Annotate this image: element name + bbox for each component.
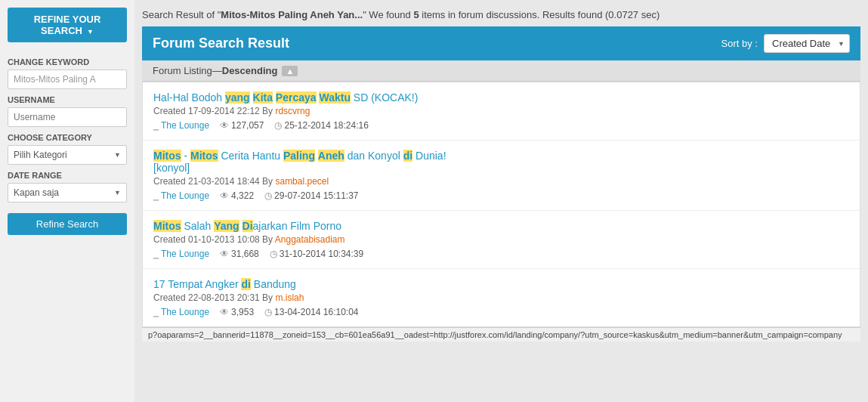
views-tag: 👁 127,057: [220, 120, 264, 131]
views-count: 31,668: [231, 249, 259, 259]
tag-icon: ⎯: [153, 190, 159, 201]
category-link[interactable]: The Lounge: [161, 120, 209, 131]
sort-dropdown[interactable]: Created Date: [764, 34, 850, 53]
result-author-link[interactable]: Anggatabisadiam: [275, 234, 345, 245]
change-keyword-label: CHANGE KEYWORD: [8, 57, 127, 66]
date-tag: ◷ 25-12-2014 18:24:16: [274, 120, 368, 131]
result-author-link[interactable]: rdscvrng: [275, 106, 310, 116]
search-query: Mitos-Mitos Paling Aneh Yan...: [221, 9, 363, 20]
username-input[interactable]: [8, 107, 127, 127]
date-tag: ◷ 29-07-2014 15:11:37: [264, 190, 358, 201]
category-tag: ⎯ The Lounge: [153, 249, 209, 259]
last-date: 29-07-2014 15:11:37: [274, 190, 358, 201]
category-tag: ⎯ The Lounge: [153, 120, 209, 131]
views-tag: 👁 3,953: [220, 307, 254, 317]
clock-icon: ◷: [274, 120, 282, 131]
result-author-link[interactable]: sambal.pecel: [275, 176, 329, 187]
result-meta: Created 21-03-2014 18:44 By sambal.pecel: [153, 176, 849, 187]
search-summary-text: Search Result of "Mitos-Mitos Paling Ane…: [142, 9, 659, 20]
date-range-select[interactable]: Kapan saja: [8, 183, 127, 203]
result-title: Hal-Hal Bodoh yang Kita Percaya Waktu SD…: [153, 91, 849, 104]
choose-category-label: CHOOSE CATEGORY: [8, 133, 127, 142]
result-author-link[interactable]: m.islah: [275, 292, 304, 303]
result-meta: Created 01-10-2013 10:08 By Anggatabisad…: [153, 234, 849, 245]
forum-search-result-header: Forum Search Result Sort by : Created Da…: [142, 26, 860, 60]
table-row: Mitos Salah Yang Diajarkan Film Porno Cr…: [143, 211, 860, 269]
result-title: Mitos - Mitos Cerita Hantu Paling Aneh d…: [153, 150, 849, 174]
date-tag: ◷ 31-10-2014 10:34:39: [270, 249, 363, 259]
views-count: 3,953: [231, 307, 254, 317]
result-title: 17 Tempat Angker di Bandung: [153, 278, 849, 290]
category-tag: ⎯ The Lounge: [153, 190, 209, 201]
result-title: Mitos Salah Yang Diajarkan Film Porno: [153, 220, 849, 232]
category-link[interactable]: The Lounge: [161, 190, 209, 201]
forum-listing-label: Forum Listing: [153, 65, 212, 76]
category-select[interactable]: Pilih Kategori: [8, 145, 127, 165]
category-select-wrapper: Pilih Kategori: [8, 145, 127, 165]
result-tags: ⎯ The Lounge 👁 31,668 ◷ 31-10-2014 10:34…: [153, 249, 849, 259]
clock-icon: ◷: [264, 190, 272, 201]
eye-icon: 👁: [220, 249, 229, 259]
table-row: Hal-Hal Bodoh yang Kita Percaya Waktu SD…: [143, 82, 860, 141]
statusbar: p?oaparams=2__bannerid=11878__zoneid=153…: [142, 327, 860, 342]
result-title-link[interactable]: Mitos - Mitos Cerita Hantu Paling Aneh d…: [153, 150, 446, 174]
search-summary: Search Result of "Mitos-Mitos Paling Ane…: [142, 6, 860, 26]
sidebar: REFINE YOUR SEARCH CHANGE KEYWORD USERNA…: [0, 0, 134, 402]
views-count: 127,057: [231, 120, 264, 131]
tag-icon: ⎯: [153, 249, 159, 259]
views-count: 4,322: [231, 190, 254, 201]
eye-icon: 👁: [220, 120, 229, 131]
username-label: USERNAME: [8, 95, 127, 104]
listing-order-toggle[interactable]: ▲: [282, 66, 298, 76]
tag-icon: ⎯: [153, 120, 159, 131]
sort-by-label: Sort by :: [721, 38, 758, 49]
result-tags: ⎯ The Lounge 👁 3,953 ◷ 13-04-2014 16:10:…: [153, 307, 849, 317]
sort-dropdown-wrapper: Created Date: [764, 34, 850, 53]
refine-search-button[interactable]: Refine Search: [8, 213, 127, 235]
result-title-link[interactable]: Mitos Salah Yang Diajarkan Film Porno: [153, 220, 341, 232]
date-tag: ◷ 13-04-2014 16:10:04: [264, 307, 358, 317]
refine-your-search-button[interactable]: REFINE YOUR SEARCH: [8, 8, 127, 42]
tag-icon: ⎯: [153, 307, 159, 317]
result-tags: ⎯ The Lounge 👁 4,322 ◷ 29-07-2014 15:11:…: [153, 190, 849, 201]
results-container: Hal-Hal Bodoh yang Kita Percaya Waktu SD…: [142, 82, 860, 327]
result-title-link[interactable]: 17 Tempat Angker di Bandung: [153, 278, 296, 290]
table-row: Mitos - Mitos Cerita Hantu Paling Aneh d…: [143, 141, 860, 211]
date-range-label: DATE RANGE: [8, 171, 127, 180]
forum-header-title: Forum Search Result: [153, 36, 289, 51]
views-tag: 👁 31,668: [220, 249, 259, 259]
result-meta: Created 22-08-2013 20:31 By m.islah: [153, 292, 849, 303]
last-date: 31-10-2014 10:34:39: [280, 249, 363, 259]
category-link[interactable]: The Lounge: [161, 307, 209, 317]
listing-order: Descending: [222, 65, 278, 76]
result-count: 5: [413, 9, 419, 20]
listing-separator: —: [212, 65, 222, 76]
result-title-link[interactable]: Hal-Hal Bodoh yang Kita Percaya Waktu SD…: [153, 91, 418, 104]
date-range-select-wrapper: Kapan saja: [8, 183, 127, 203]
views-tag: 👁 4,322: [220, 190, 254, 201]
category-tag: ⎯ The Lounge: [153, 307, 209, 317]
sort-by-section: Sort by : Created Date: [721, 34, 850, 53]
last-date: 13-04-2014 16:10:04: [274, 307, 358, 317]
table-row: 17 Tempat Angker di Bandung Created 22-0…: [143, 269, 860, 326]
clock-icon: ◷: [264, 307, 272, 317]
listing-bar: Forum Listing — Descending ▲: [142, 60, 860, 82]
eye-icon: 👁: [220, 190, 229, 201]
category-link[interactable]: The Lounge: [161, 249, 209, 259]
eye-icon: 👁: [220, 307, 229, 317]
keyword-input[interactable]: [8, 70, 127, 89]
last-date: 25-12-2014 18:24:16: [284, 120, 368, 131]
clock-icon: ◷: [270, 249, 277, 259]
result-meta: Created 17-09-2014 22:12 By rdscvrng: [153, 106, 849, 116]
result-tags: ⎯ The Lounge 👁 127,057 ◷ 25-12-2014 18:2…: [153, 120, 849, 131]
